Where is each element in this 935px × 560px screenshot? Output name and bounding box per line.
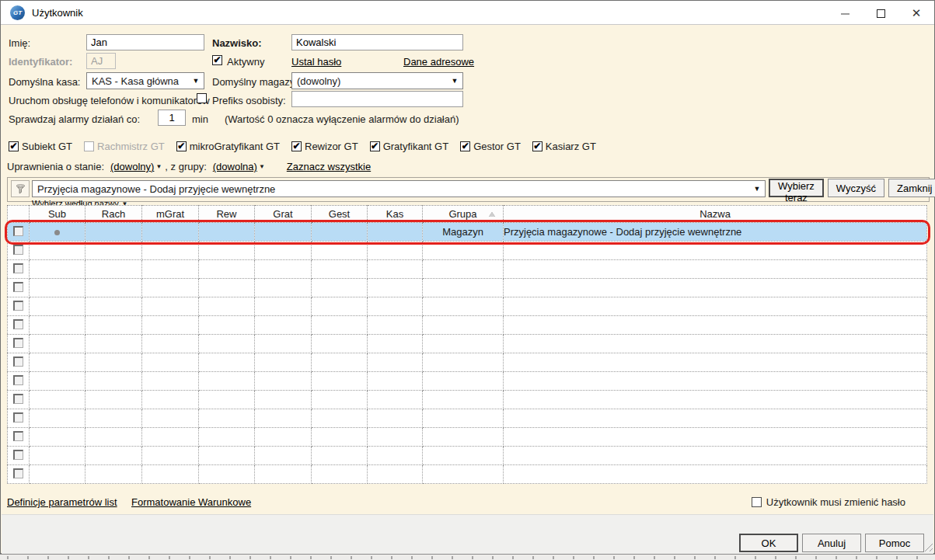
cell-nazwa[interactable]: Przyjęcia magazynowe - Dodaj przyjęcie w… xyxy=(504,223,927,242)
cell-empty[interactable] xyxy=(85,372,142,391)
checkbox-icon[interactable]: ✔ xyxy=(460,141,470,151)
row-checkbox-cell[interactable] xyxy=(8,353,30,372)
group-filter-dropdown[interactable]: (dowolna) xyxy=(213,161,257,172)
cell-empty[interactable] xyxy=(142,279,199,297)
cell-empty[interactable] xyxy=(312,353,368,372)
cell-empty[interactable] xyxy=(199,409,255,428)
set-password-link[interactable]: Ustal hasło xyxy=(291,56,341,68)
cell-empty[interactable] xyxy=(423,465,504,484)
row-checkbox-cell[interactable] xyxy=(8,465,30,484)
cell-empty[interactable] xyxy=(423,297,504,316)
wyczysc-button[interactable]: Wyczyść xyxy=(828,179,884,197)
must-change-password[interactable]: Użytkownik musi zmienić hasło xyxy=(752,496,905,508)
cell-empty[interactable] xyxy=(312,335,368,353)
cell-empty[interactable] xyxy=(504,297,927,316)
close-button[interactable]: ✕ xyxy=(898,1,934,25)
cell-empty[interactable] xyxy=(255,391,312,409)
column-header-nazwa[interactable]: Nazwa xyxy=(504,206,927,223)
cell-empty[interactable] xyxy=(368,335,423,353)
address-data-link[interactable]: Dane adresowe xyxy=(403,56,474,68)
cell-empty[interactable] xyxy=(368,372,423,391)
cell-empty[interactable] xyxy=(368,260,423,279)
cell-empty[interactable] xyxy=(142,428,199,447)
column-header-gest[interactable]: Gest xyxy=(312,206,368,223)
cell-empty[interactable] xyxy=(255,428,312,447)
cell-empty[interactable] xyxy=(30,447,85,465)
select-all-link[interactable]: Zaznacz wszystkie xyxy=(287,161,371,172)
cell-empty[interactable] xyxy=(504,372,927,391)
cell-empty[interactable] xyxy=(142,391,199,409)
checkbox-icon[interactable]: ✔ xyxy=(532,141,543,151)
must-change-password-checkbox[interactable] xyxy=(752,497,762,507)
column-header-checkbox[interactable] xyxy=(8,206,30,223)
cell-empty[interactable] xyxy=(504,409,927,428)
row-checkbox-cell[interactable] xyxy=(8,447,30,465)
cell-empty[interactable] xyxy=(142,223,199,242)
cell-empty[interactable] xyxy=(30,242,85,260)
row-checkbox[interactable] xyxy=(13,301,23,311)
column-header-rew[interactable]: Rew xyxy=(199,206,255,223)
cell-empty[interactable] xyxy=(423,316,504,335)
cell-empty[interactable] xyxy=(312,465,368,484)
row-checkbox-cell[interactable] xyxy=(8,260,30,279)
cell-empty[interactable] xyxy=(142,353,199,372)
column-header-grat[interactable]: Grat xyxy=(255,206,312,223)
cell-empty[interactable] xyxy=(199,242,255,260)
cell-empty[interactable] xyxy=(85,260,142,279)
module-checkbox-subiekt-gt[interactable]: ✔Subiekt GT xyxy=(9,141,72,152)
cell-empty[interactable] xyxy=(199,260,255,279)
cell-empty[interactable] xyxy=(85,297,142,316)
permission-row-empty[interactable] xyxy=(8,465,927,484)
cell-empty[interactable] xyxy=(142,316,199,335)
cell-empty[interactable] xyxy=(504,391,927,409)
cell-empty[interactable] xyxy=(504,447,927,465)
filter-funnel-button[interactable] xyxy=(11,180,30,197)
row-checkbox[interactable] xyxy=(13,357,23,367)
cell-empty[interactable] xyxy=(199,335,255,353)
cell-empty[interactable] xyxy=(255,409,312,428)
cell-empty[interactable] xyxy=(199,447,255,465)
permission-row-empty[interactable] xyxy=(8,447,927,465)
cell-empty[interactable] xyxy=(30,353,85,372)
zamknij-button[interactable]: Zamknij xyxy=(888,179,935,197)
module-checkbox-rewizor-gt[interactable]: ✔Rewizor GT xyxy=(291,141,358,152)
cell-empty[interactable] xyxy=(504,316,927,335)
cell-empty[interactable] xyxy=(423,428,504,447)
personal-prefix-input[interactable] xyxy=(291,91,463,107)
cell-empty[interactable] xyxy=(504,279,927,297)
cell-empty[interactable] xyxy=(30,428,85,447)
permission-row-empty[interactable] xyxy=(8,260,927,279)
cell-empty[interactable] xyxy=(255,223,312,242)
cell-empty[interactable] xyxy=(199,465,255,484)
cell-empty[interactable] xyxy=(255,372,312,391)
cell-empty[interactable] xyxy=(199,428,255,447)
cell-empty[interactable] xyxy=(85,335,142,353)
row-checkbox-cell[interactable] xyxy=(8,428,30,447)
cell-empty[interactable] xyxy=(85,353,142,372)
cell-empty[interactable] xyxy=(255,335,312,353)
cell-empty[interactable] xyxy=(255,353,312,372)
module-checkbox-gratyfikant-gt[interactable]: ✔Gratyfikant GT xyxy=(370,141,449,152)
cell-sub-marker[interactable] xyxy=(30,223,85,242)
permission-row-empty[interactable] xyxy=(8,316,927,335)
cell-empty[interactable] xyxy=(85,409,142,428)
cell-empty[interactable] xyxy=(368,447,423,465)
permission-row-empty[interactable] xyxy=(8,409,927,428)
cell-empty[interactable] xyxy=(142,409,199,428)
cell-empty[interactable] xyxy=(30,465,85,484)
checkbox-icon[interactable]: ✔ xyxy=(370,141,380,151)
row-checkbox[interactable] xyxy=(13,226,23,236)
permission-row-empty[interactable] xyxy=(8,279,927,297)
alarm-interval-input[interactable] xyxy=(158,110,186,126)
column-header-mgrat[interactable]: mGrat xyxy=(142,206,199,223)
cell-empty[interactable] xyxy=(199,316,255,335)
row-checkbox-cell[interactable] xyxy=(8,242,30,260)
cell-empty[interactable] xyxy=(423,353,504,372)
row-checkbox-cell[interactable] xyxy=(8,223,30,242)
row-checkbox[interactable] xyxy=(13,468,23,478)
cell-empty[interactable] xyxy=(368,353,423,372)
cell-empty[interactable] xyxy=(30,297,85,316)
cell-empty[interactable] xyxy=(30,316,85,335)
row-checkbox[interactable] xyxy=(13,263,23,273)
cell-empty[interactable] xyxy=(255,279,312,297)
